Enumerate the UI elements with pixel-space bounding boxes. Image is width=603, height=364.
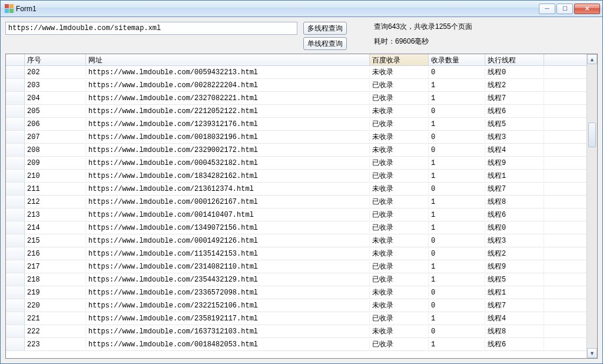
cell-url: https://www.lmdouble.com/2336572098.html	[86, 287, 370, 298]
cell-url: https://www.lmdouble.com/1834282162.html	[86, 171, 370, 181]
cell-thread: 线程7	[485, 183, 544, 195]
table-row[interactable]: 222https://www.lmdouble.com/1637312103.h…	[6, 325, 587, 338]
row-header[interactable]	[6, 196, 25, 208]
row-header[interactable]	[6, 260, 25, 273]
col-header-thread[interactable]: 执行线程	[485, 54, 544, 65]
scroll-down-arrow-icon[interactable]: ▼	[587, 348, 597, 358]
cell-url: https://www.lmdouble.com/1239312176.html	[86, 119, 370, 130]
cell-baidu: 已收录	[370, 312, 429, 325]
cell-url: https://www.lmdouble.com/2358192117.html	[86, 313, 370, 324]
table-row[interactable]: 223https://www.lmdouble.com/0018482053.h…	[6, 338, 587, 351]
cell-count: 0	[429, 249, 485, 259]
row-header[interactable]	[6, 273, 25, 286]
col-header-count[interactable]: 收录数量	[429, 54, 485, 65]
cell-baidu: 未收录	[370, 131, 429, 143]
row-header[interactable]	[6, 170, 25, 182]
scroll-thumb[interactable]	[588, 123, 596, 147]
row-header[interactable]	[6, 92, 25, 104]
cell-count: 1	[429, 313, 485, 324]
table-row[interactable]: 205https://www.lmdouble.com/2212052122.h…	[6, 105, 587, 118]
row-header[interactable]	[6, 157, 25, 169]
table-row[interactable]: 211https://www.lmdouble.com/213612374.ht…	[6, 183, 587, 196]
table-row[interactable]: 216https://www.lmdouble.com/1135142153.h…	[6, 247, 587, 260]
maximize-button[interactable]: ☐	[556, 4, 573, 14]
row-header[interactable]	[6, 338, 25, 350]
cell-baidu: 未收录	[370, 105, 429, 117]
cell-baidu: 已收录	[370, 157, 429, 169]
cell-seq: 206	[25, 119, 86, 130]
close-button[interactable]: ✕	[574, 4, 600, 14]
table-row[interactable]: 214https://www.lmdouble.com/1349072156.h…	[6, 221, 587, 234]
window-controls: ─ ☐ ✕	[539, 4, 600, 14]
table-row[interactable]: 220https://www.lmdouble.com/2322152106.h…	[6, 299, 587, 312]
table-row[interactable]: 208https://www.lmdouble.com/2329002172.h…	[6, 144, 587, 157]
table-row[interactable]: 221https://www.lmdouble.com/2358192117.h…	[6, 312, 587, 325]
row-header[interactable]	[6, 234, 25, 247]
row-header[interactable]	[6, 286, 25, 299]
cell-thread: 线程3	[485, 234, 544, 247]
cell-baidu: 已收录	[370, 79, 429, 91]
col-header-url[interactable]: 网址	[86, 54, 370, 65]
window-title: Form1	[16, 5, 37, 13]
table-row[interactable]: 209https://www.lmdouble.com/0004532182.h…	[6, 157, 587, 170]
cell-count: 1	[429, 223, 485, 233]
grid-body: 202https://www.lmdouble.com/0059432213.h…	[6, 66, 587, 358]
single-thread-query-button[interactable]: 单线程查询	[303, 37, 347, 50]
table-row[interactable]: 219https://www.lmdouble.com/2336572098.h…	[6, 286, 587, 299]
cell-baidu: 未收录	[370, 247, 429, 260]
table-row[interactable]: 212https://www.lmdouble.com/0001262167.h…	[6, 196, 587, 209]
row-header[interactable]	[6, 325, 25, 337]
row-header[interactable]	[6, 209, 25, 221]
cell-thread: 线程5	[485, 118, 544, 130]
cell-count: 0	[429, 326, 485, 337]
cell-url: https://www.lmdouble.com/2354432129.html	[86, 274, 370, 285]
row-header[interactable]	[6, 66, 25, 78]
button-column: 多线程查询 单线程查询	[303, 22, 347, 50]
table-row[interactable]: 217https://www.lmdouble.com/2314082110.h…	[6, 260, 587, 273]
maximize-icon: ☐	[562, 6, 568, 12]
cell-count: 1	[429, 80, 485, 91]
row-header[interactable]	[6, 247, 25, 260]
table-row[interactable]: 207https://www.lmdouble.com/0018032196.h…	[6, 131, 587, 144]
row-header[interactable]	[6, 183, 25, 195]
cell-thread: 线程6	[485, 209, 544, 221]
cell-baidu: 已收录	[370, 209, 429, 221]
table-row[interactable]: 202https://www.lmdouble.com/0059432213.h…	[6, 66, 587, 79]
multi-thread-query-button[interactable]: 多线程查询	[303, 22, 347, 35]
cell-thread: 线程8	[485, 196, 544, 208]
status-column: 查询643次，共收录1255个页面 耗时：69606毫秒	[353, 22, 472, 47]
cell-seq: 205	[25, 106, 86, 117]
scroll-up-arrow-icon[interactable]: ▲	[587, 54, 597, 64]
row-header[interactable]	[6, 299, 25, 312]
vertical-scrollbar[interactable]: ▲ ▼	[587, 54, 597, 358]
cell-url: https://www.lmdouble.com/0004532182.html	[86, 158, 370, 168]
row-header[interactable]	[6, 312, 25, 325]
top-row: 多线程查询 单线程查询 查询643次，共收录1255个页面 耗时：69606毫秒	[5, 22, 598, 50]
cell-count: 0	[429, 132, 485, 143]
row-header[interactable]	[6, 118, 25, 130]
row-header-corner[interactable]	[6, 54, 25, 65]
row-header[interactable]	[6, 144, 25, 156]
table-row[interactable]: 218https://www.lmdouble.com/2354432129.h…	[6, 273, 587, 286]
row-header[interactable]	[6, 221, 25, 234]
col-header-seq[interactable]: 序号	[25, 54, 86, 65]
table-row[interactable]: 204https://www.lmdouble.com/2327082221.h…	[6, 92, 587, 105]
row-header[interactable]	[6, 105, 25, 117]
table-row[interactable]: 206https://www.lmdouble.com/1239312176.h…	[6, 118, 587, 131]
titlebar[interactable]: Form1 ─ ☐ ✕	[1, 1, 602, 17]
cell-count: 1	[429, 210, 485, 220]
cell-url: https://www.lmdouble.com/2327082221.html	[86, 93, 370, 104]
cell-thread: 线程4	[485, 144, 544, 156]
table-row[interactable]: 215https://www.lmdouble.com/0001492126.h…	[6, 234, 587, 247]
minimize-button[interactable]: ─	[539, 4, 555, 14]
data-grid[interactable]: 序号 网址 百度收录 收录数量 执行线程 202https://www.lmdo…	[5, 54, 598, 359]
table-row[interactable]: 213https://www.lmdouble.com/001410407.ht…	[6, 209, 587, 221]
cell-count: 0	[429, 236, 485, 246]
col-header-baidu[interactable]: 百度收录	[370, 54, 429, 65]
row-header[interactable]	[6, 79, 25, 91]
url-input[interactable]	[5, 22, 297, 35]
table-row[interactable]: 210https://www.lmdouble.com/1834282162.h…	[6, 170, 587, 183]
cell-thread: 线程6	[485, 105, 544, 117]
row-header[interactable]	[6, 131, 25, 143]
table-row[interactable]: 203https://www.lmdouble.com/0028222204.h…	[6, 79, 587, 92]
